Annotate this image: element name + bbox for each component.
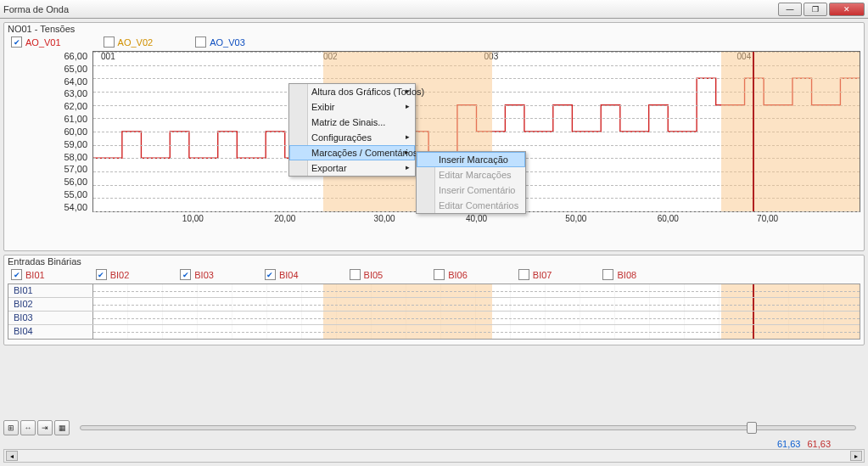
- x-tick: 50,00: [565, 214, 586, 223]
- binary-track[interactable]: [93, 325, 860, 339]
- legend-item-bi02[interactable]: BI02: [96, 269, 130, 280]
- y-tick: 55,00: [8, 189, 87, 199]
- legend-item-bi03[interactable]: BI03: [180, 269, 214, 280]
- legend-item-bi04[interactable]: BI04: [265, 269, 299, 280]
- y-tick: 57,00: [8, 164, 87, 174]
- scroll-right-icon[interactable]: ▸: [850, 451, 862, 461]
- y-tick: 60,00: [8, 126, 87, 137]
- horizontal-scrollbar[interactable]: ◂ ▸: [3, 449, 865, 463]
- legend-label: BI07: [533, 270, 552, 280]
- menu-item[interactable]: Exportar: [289, 160, 415, 176]
- submenu-item: Editar Marcações: [417, 167, 525, 182]
- binary-row-label: BI02: [8, 298, 93, 311]
- tool-button-3[interactable]: ⇥: [37, 420, 53, 435]
- y-tick: 63,00: [8, 88, 87, 98]
- legend-item-bi07[interactable]: BI07: [518, 269, 552, 280]
- binary-row: BI01: [8, 284, 860, 298]
- checkbox-icon[interactable]: [96, 269, 107, 280]
- maximize-button[interactable]: ❐: [804, 3, 827, 16]
- time-slider[interactable]: [80, 425, 856, 430]
- x-tick: 40,00: [466, 214, 487, 223]
- binary-row: BI02: [8, 298, 860, 312]
- legend-label: BI01: [25, 270, 45, 280]
- binary-track[interactable]: [93, 284, 860, 297]
- slider-val-1: 61,63: [777, 439, 801, 449]
- checkbox-icon[interactable]: [104, 36, 115, 48]
- y-axis: 66,0065,0064,0063,0062,0061,0060,0059,00…: [8, 51, 92, 212]
- minimize-button[interactable]: —: [778, 3, 802, 16]
- checkbox-icon[interactable]: [265, 269, 276, 280]
- tool-button-4[interactable]: ▦: [54, 420, 70, 435]
- title-bar: Forma de Onda — ❐ ✕: [0, 0, 868, 19]
- checkbox-icon[interactable]: [350, 269, 361, 280]
- legend-item-bi08[interactable]: BI08: [602, 269, 636, 280]
- slider-values: 61,63 61,63: [3, 439, 831, 449]
- binary-row: BI04: [8, 325, 860, 339]
- binary-row-label: BI03: [8, 312, 93, 324]
- x-tick: 70,00: [757, 214, 778, 223]
- submenu-item: Inserir Comentário: [417, 182, 525, 198]
- legend-label: AO_V03: [210, 37, 245, 48]
- checkbox-icon[interactable]: [11, 36, 22, 48]
- tool-button-2[interactable]: ↔: [20, 420, 36, 435]
- slider-val-2: 61,63: [807, 439, 831, 449]
- tool-button-1[interactable]: ⊞: [3, 420, 19, 435]
- legend-item-bi05[interactable]: BI05: [350, 269, 384, 280]
- window-title: Forma de Onda: [3, 4, 778, 14]
- legend-label: AO_V01: [25, 37, 61, 48]
- legend-label: BI02: [110, 270, 130, 280]
- binary-row-label: BI01: [8, 284, 93, 297]
- checkbox-icon[interactable]: [195, 36, 206, 48]
- checkbox-icon[interactable]: [11, 269, 22, 280]
- cursor-line[interactable]: [753, 52, 754, 211]
- menu-item[interactable]: Matriz de Sinais...: [289, 115, 415, 130]
- scroll-left-icon[interactable]: ◂: [6, 451, 18, 461]
- submenu-item[interactable]: Inserir Marcação: [417, 152, 525, 167]
- y-tick: 62,00: [8, 101, 87, 111]
- submenu-item: Editar Comentários: [417, 198, 525, 213]
- legend-item-ao-v03[interactable]: AO_V03: [195, 36, 245, 48]
- binary-track[interactable]: [93, 298, 860, 311]
- slider-thumb[interactable]: [747, 422, 757, 434]
- y-tick: 54,00: [8, 202, 87, 212]
- legend-item-bi01[interactable]: BI01: [11, 269, 45, 280]
- x-tick: 20,00: [274, 214, 295, 223]
- binary-legend-row: BI01BI02BI03BI04BI05BI06BI07BI08: [8, 267, 860, 284]
- y-tick: 56,00: [8, 177, 87, 187]
- waveform-panel: NO01 - Tensões AO_V01 AO_V02 AO_V03 66,0…: [3, 22, 865, 251]
- y-tick: 58,00: [8, 152, 87, 162]
- legend-item-ao-v01[interactable]: AO_V01: [11, 36, 61, 48]
- x-tick: 10,00: [182, 214, 204, 223]
- menu-item[interactable]: Marcações / Comentários: [289, 145, 415, 160]
- legend-item-ao-v02[interactable]: AO_V02: [104, 36, 154, 48]
- legend-item-bi06[interactable]: BI06: [434, 269, 468, 280]
- y-tick: 61,00: [8, 114, 87, 124]
- legend-row: AO_V01 AO_V02 AO_V03: [8, 35, 860, 51]
- checkbox-icon[interactable]: [180, 269, 191, 280]
- close-button[interactable]: ✕: [829, 3, 865, 16]
- context-submenu[interactable]: Inserir MarcaçãoEditar MarcaçõesInserir …: [416, 151, 526, 214]
- menu-item[interactable]: Configurações: [289, 130, 415, 145]
- y-tick: 64,00: [8, 76, 87, 87]
- binary-row: BI03: [8, 312, 860, 325]
- x-tick: 30,00: [374, 214, 395, 223]
- checkbox-icon[interactable]: [434, 269, 445, 280]
- legend-label: AO_V02: [118, 37, 154, 48]
- menu-item[interactable]: Altura dos Gráficos (Todos): [289, 84, 415, 99]
- bottom-bar: ⊞ ↔ ⇥ ▦ 61,63 61,63 ◂ ▸: [3, 420, 865, 463]
- legend-label: BI04: [279, 270, 299, 280]
- binary-track[interactable]: [93, 312, 860, 324]
- panel-title: Entradas Binárias: [8, 256, 860, 267]
- binary-row-label: BI04: [8, 325, 93, 339]
- checkbox-icon[interactable]: [518, 269, 529, 280]
- x-tick: 60,00: [658, 214, 679, 223]
- menu-item[interactable]: Exibir: [289, 99, 415, 115]
- checkbox-icon[interactable]: [602, 269, 613, 280]
- panel-title: NO01 - Tensões: [8, 24, 860, 34]
- y-tick: 65,00: [8, 64, 87, 74]
- segment-label: 001: [101, 52, 115, 61]
- legend-label: BI06: [448, 270, 468, 280]
- context-menu[interactable]: Altura dos Gráficos (Todos)ExibirMatriz …: [288, 83, 416, 177]
- legend-label: BI05: [364, 270, 384, 280]
- y-tick: 59,00: [8, 139, 87, 149]
